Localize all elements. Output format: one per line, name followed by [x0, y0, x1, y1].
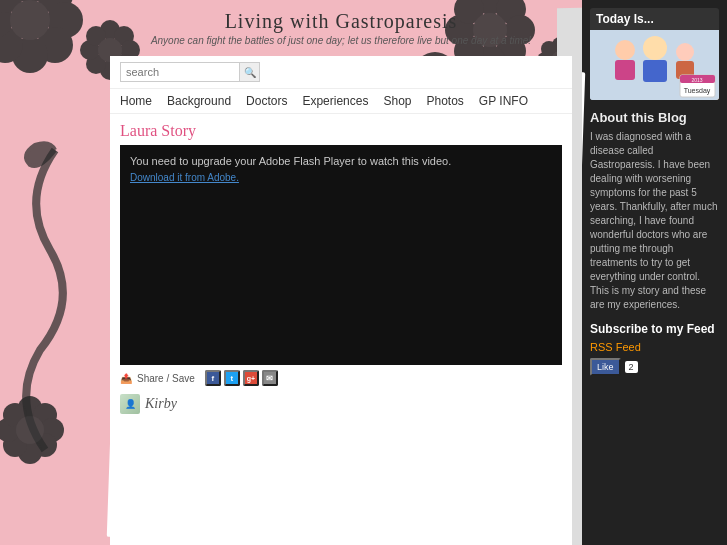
nav-background[interactable]: Background — [167, 94, 231, 108]
about-blog-text: I was diagnosed with a disease called Ga… — [590, 130, 719, 312]
svg-point-59 — [676, 43, 694, 61]
main-content-area: Living with Gastroparesis Anyone can fig… — [100, 0, 582, 545]
site-header: Living with Gastroparesis Anyone can fig… — [100, 0, 582, 51]
author-name: Kirby — [145, 396, 177, 412]
fb-like-button[interactable]: Like — [590, 358, 621, 376]
fb-like-area: Like 2 — [590, 358, 719, 376]
about-blog-section: About this Blog I was diagnosed with a d… — [590, 110, 719, 312]
svg-text:2013: 2013 — [691, 77, 702, 83]
svg-point-55 — [615, 40, 635, 60]
author-signature: 👤 Kirby — [110, 391, 572, 417]
paper-main: 🔍 Home Background Doctors Experiences Sh… — [110, 56, 572, 545]
search-button[interactable]: 🔍 — [240, 62, 260, 82]
today-title: Today Is... — [590, 8, 719, 30]
share-googleplus-button[interactable]: g+ — [243, 370, 259, 386]
video-container: You need to upgrade your Adobe Flash Pla… — [120, 145, 562, 365]
rss-feed-link[interactable]: RSS Feed — [590, 341, 719, 353]
search-bar: 🔍 — [110, 56, 572, 88]
share-facebook-button[interactable]: f — [205, 370, 221, 386]
fb-count: 2 — [625, 361, 638, 373]
share-label: Share / Save — [137, 373, 195, 384]
site-tagline: Anyone can fight the battles of just one… — [100, 35, 582, 46]
social-buttons: f t g+ ✉ — [205, 370, 278, 386]
svg-rect-56 — [615, 60, 635, 80]
nav-photos[interactable]: Photos — [426, 94, 463, 108]
page-title: Laura Story — [110, 114, 572, 145]
search-input[interactable] — [120, 62, 240, 82]
nav-doctors[interactable]: Doctors — [246, 94, 287, 108]
svg-point-57 — [643, 36, 667, 60]
svg-text:Tuesday: Tuesday — [684, 87, 711, 95]
today-widget: Today Is... 2013 Tuesday — [590, 8, 719, 100]
left-decoration — [0, 0, 100, 545]
nav-shop[interactable]: Shop — [383, 94, 411, 108]
subscribe-title: Subscribe to my Feed — [590, 322, 719, 336]
subscribe-section: Subscribe to my Feed RSS Feed Like 2 — [590, 322, 719, 376]
right-sidebar: Today Is... 2013 Tuesday — [582, 0, 727, 545]
video-download-link[interactable]: Download it from Adobe. — [130, 172, 239, 183]
svg-rect-58 — [643, 60, 667, 82]
site-title: Living with Gastroparesis — [100, 10, 582, 33]
video-notice: You need to upgrade your Adobe Flash Pla… — [130, 155, 451, 167]
today-image: 2013 Tuesday — [590, 30, 719, 100]
share-icon: 📤 — [120, 373, 132, 384]
about-blog-title: About this Blog — [590, 110, 719, 125]
nav-experiences[interactable]: Experiences — [302, 94, 368, 108]
share-twitter-button[interactable]: t — [224, 370, 240, 386]
share-email-button[interactable]: ✉ — [262, 370, 278, 386]
nav-bar: Home Background Doctors Experiences Shop… — [110, 88, 572, 114]
share-bar: 📤 Share / Save f t g+ ✉ — [110, 365, 572, 391]
nav-gp-info[interactable]: GP INFO — [479, 94, 528, 108]
author-icon: 👤 — [120, 394, 140, 414]
nav-home[interactable]: Home — [120, 94, 152, 108]
content-panels: 🔍 Home Background Doctors Experiences Sh… — [100, 56, 582, 545]
search-icon: 🔍 — [244, 67, 256, 78]
